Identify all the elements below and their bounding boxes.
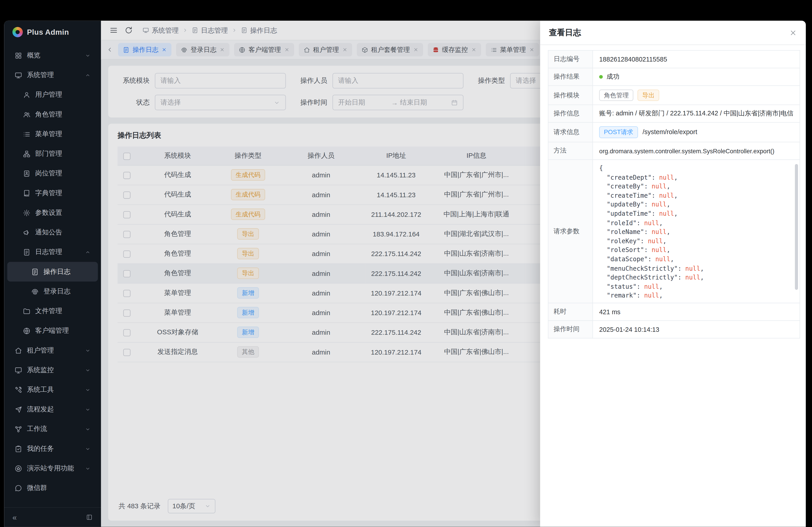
sidebar-item-wechat-group[interactable]: 微信群 <box>7 478 98 498</box>
sidebar-collapse-icon[interactable]: « <box>12 513 17 521</box>
row-checkbox[interactable] <box>123 349 130 356</box>
screen: Plus Admin 概览系统管理用户管理角色管理菜单管理部门管理岗位管理字典管… <box>0 0 812 527</box>
row-checkbox[interactable] <box>123 290 130 297</box>
detail-row-request: 请求信息 POST请求/system/role/export <box>548 122 800 142</box>
cell-ip: 120.197.212.174 <box>365 303 427 322</box>
sidebar-item-label: 文件管理 <box>35 306 91 316</box>
app-window: Plus Admin 概览系统管理用户管理角色管理菜单管理部门管理岗位管理字典管… <box>4 21 806 527</box>
sidebar-item-dict-management[interactable]: 字典管理 <box>7 183 98 203</box>
tab-operation-log[interactable]: 操作日志 <box>118 43 171 57</box>
breadcrumb-item[interactable]: 日志管理 <box>191 26 228 35</box>
tab-login-log[interactable]: 登录日志 <box>176 43 229 57</box>
sidebar-item-system-tools[interactable]: 系统工具 <box>7 380 98 400</box>
cell-module: 角色管理 <box>136 244 219 263</box>
row-checkbox[interactable] <box>123 230 130 238</box>
range-end-placeholder: 结束日期 <box>400 98 451 107</box>
close-icon[interactable] <box>413 47 418 52</box>
select-all-checkbox[interactable] <box>123 152 130 160</box>
close-icon[interactable] <box>471 47 476 52</box>
close-icon[interactable] <box>342 47 347 52</box>
sidebar-item-parameter-settings[interactable]: 参数设置 <box>7 203 98 223</box>
sidebar-item-role-management[interactable]: 角色管理 <box>7 105 98 124</box>
cell-operator: admin <box>277 283 365 303</box>
cell-ip-info: 中国|上海|上海市|联通 <box>427 205 525 224</box>
tab-tenant-management[interactable]: 租户管理 <box>299 43 352 57</box>
row-checkbox[interactable] <box>123 270 130 277</box>
breadcrumb-label: 系统管理 <box>152 26 179 35</box>
tab-client-management[interactable]: 客户端管理 <box>234 43 294 57</box>
sidebar-item-label: 通知公告 <box>35 228 91 237</box>
sidebar-item-client-management[interactable]: 客户端管理 <box>7 321 98 340</box>
cell-operator: admin <box>277 185 365 205</box>
sidebar-item-post-management[interactable]: 岗位管理 <box>7 164 98 183</box>
sidebar-item-overview[interactable]: 概览 <box>7 46 98 65</box>
cell-operator: admin <box>277 205 365 224</box>
row-checkbox[interactable] <box>123 172 130 179</box>
detail-label: 操作模块 <box>548 86 593 105</box>
sidebar-item-user-management[interactable]: 用户管理 <box>7 85 98 105</box>
sidebar-item-log-management[interactable]: 日志管理 <box>7 242 98 262</box>
scrollbar-thumb[interactable] <box>795 164 798 290</box>
sidebar-item-process-start[interactable]: 流程发起 <box>7 400 98 419</box>
cell-ip-info: 中国|山东省|济南市|... <box>427 264 525 283</box>
breadcrumb-item[interactable]: 系统管理 <box>142 26 179 35</box>
sidebar-item-operation-log[interactable]: 操作日志 <box>7 262 98 282</box>
app-logo[interactable]: Plus Admin <box>4 21 101 44</box>
page-size-select[interactable]: 10条/页 <box>168 499 215 513</box>
sidebar-item-label: 菜单管理 <box>35 130 91 139</box>
input-placeholder: 请输入 <box>338 76 359 85</box>
request-params-json[interactable]: { "createDept": null, "createBy": null, … <box>593 160 800 303</box>
system-module-input[interactable]: 请输入 <box>155 73 286 89</box>
op-type-tag: 新增 <box>237 307 259 318</box>
sidebar-item-login-log[interactable]: 登录日志 <box>7 282 98 301</box>
chevron-up-icon <box>85 72 91 78</box>
close-icon[interactable] <box>161 47 167 52</box>
sidebar-item-menu-management[interactable]: 菜单管理 <box>7 124 98 144</box>
drawer-title: 查看日志 <box>549 27 581 38</box>
row-checkbox[interactable] <box>123 191 130 199</box>
row-checkbox[interactable] <box>123 329 130 336</box>
status-select[interactable]: 请选择 <box>155 95 286 110</box>
result-value: 成功 <box>593 68 800 86</box>
cell-op-type: 新增 <box>219 303 277 322</box>
cell-ip-info: 中国|广东省|佛山市|... <box>427 283 525 303</box>
layout-pin-icon[interactable] <box>86 514 93 521</box>
operator-input[interactable]: 请输入 <box>332 73 464 89</box>
sidebar-item-my-tasks[interactable]: 我的任务 <box>7 439 98 458</box>
cell-op-type: 其他 <box>219 342 277 362</box>
hamburger-icon[interactable] <box>109 26 118 35</box>
close-icon[interactable] <box>789 29 797 36</box>
sidebar-item-label: 参数设置 <box>35 208 91 217</box>
sidebar-item-label: 我的任务 <box>27 444 80 453</box>
sidebar-item-department-management[interactable]: 部门管理 <box>7 144 98 163</box>
refresh-icon[interactable] <box>124 26 133 35</box>
tab-menu-management[interactable]: 菜单管理 <box>485 43 539 57</box>
sidebar-item-file-management[interactable]: 文件管理 <box>7 301 98 321</box>
tabs-scroll-left-icon[interactable] <box>106 46 114 53</box>
sidebar-item-label: 微信群 <box>27 483 90 493</box>
detail-label: 操作时间 <box>548 320 593 338</box>
row-checkbox[interactable] <box>123 309 130 316</box>
tab-tenant-package-management[interactable]: 租户套餐管理 <box>357 43 423 57</box>
sidebar-item-workflow[interactable]: 工作流 <box>7 419 98 439</box>
row-checkbox[interactable] <box>123 251 130 258</box>
close-icon[interactable] <box>219 47 224 52</box>
sidebar-item-tenant-management[interactable]: 租户管理 <box>7 341 98 360</box>
redis-icon <box>432 46 439 53</box>
close-icon[interactable] <box>529 47 534 52</box>
sidebar-item-system-management[interactable]: 系统管理 <box>7 65 98 85</box>
sidebar-item-notice-announcement[interactable]: 通知公告 <box>7 223 98 242</box>
drawer-header: 查看日志 <box>540 21 806 45</box>
tab-cache-monitor[interactable]: 缓存监控 <box>427 43 481 57</box>
sidebar-item-label: 概览 <box>27 51 80 60</box>
sidebar-item-system-monitor[interactable]: 系统监控 <box>7 360 98 380</box>
sidebar-item-demo-features[interactable]: 演示站专用功能 <box>7 458 98 478</box>
box-icon <box>361 46 368 53</box>
close-icon[interactable] <box>284 47 289 52</box>
tab-label: 租户套餐管理 <box>371 45 410 54</box>
list-icon <box>23 130 30 138</box>
row-checkbox[interactable] <box>123 211 130 218</box>
sidebar-item-label: 工作流 <box>27 424 80 434</box>
operation-time-range-picker[interactable]: 开始日期 → 结束日期 <box>332 95 464 110</box>
operation-time-value: 2025-01-24 10:14:13 <box>593 320 800 338</box>
